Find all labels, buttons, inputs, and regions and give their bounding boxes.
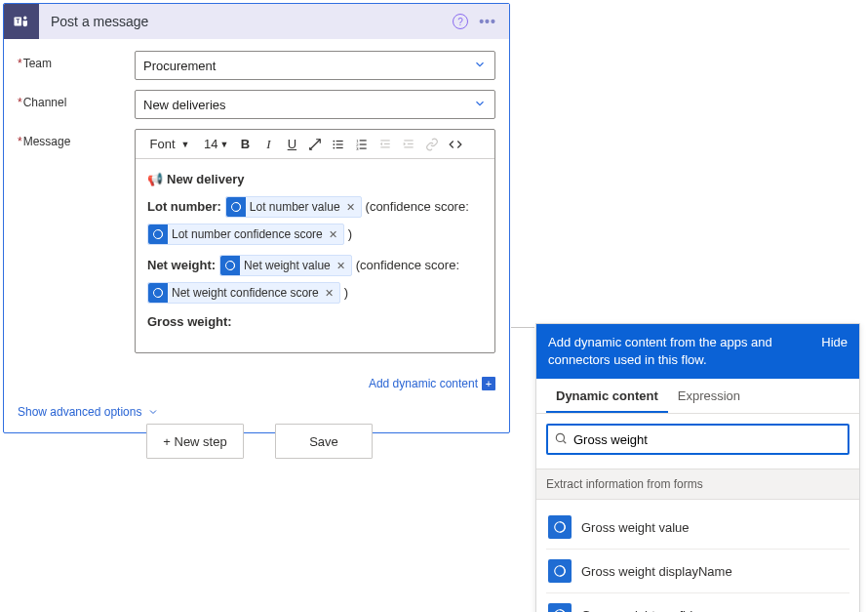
show-advanced-options-link[interactable]: Show advanced options [18, 405, 159, 419]
svg-text:3: 3 [357, 145, 360, 150]
underline-button[interactable]: U [281, 133, 302, 156]
new-step-button[interactable]: + New step [146, 424, 244, 459]
help-button[interactable]: ? [449, 10, 472, 33]
chevron-down-icon [147, 406, 159, 418]
team-select-value: Procurement [143, 59, 216, 73]
ellipsis-icon: ••• [479, 14, 496, 29]
svg-rect-17 [381, 146, 390, 147]
result-label: Gross weight confidence score [581, 608, 755, 612]
team-select[interactable]: Procurement [135, 51, 495, 80]
channel-select-value: New deliveries [143, 98, 226, 112]
panel-tabs: Dynamic content Expression [536, 379, 859, 414]
svg-point-5 [334, 143, 335, 145]
svg-line-28 [563, 440, 566, 443]
bold-button[interactable]: B [234, 133, 256, 156]
link-button[interactable] [421, 133, 443, 156]
remove-token-icon[interactable]: ✕ [335, 255, 347, 276]
ai-builder-icon [220, 256, 240, 275]
heading-text: New delivery [167, 169, 245, 190]
svg-point-2 [23, 17, 26, 20]
svg-point-27 [556, 433, 564, 441]
svg-rect-12 [360, 143, 367, 144]
row-channel: *Channel New deliveries [18, 90, 495, 119]
ai-builder-icon [226, 197, 246, 217]
search-box[interactable] [546, 424, 849, 455]
label-message: *Message [18, 129, 135, 148]
svg-rect-20 [408, 143, 414, 143]
teams-icon: T [4, 4, 39, 39]
result-section-header: Extract information from forms [536, 469, 859, 500]
token-lot-number-value[interactable]: Lot number value ✕ [225, 196, 362, 218]
ai-builder-icon [148, 224, 168, 244]
remove-token-icon[interactable]: ✕ [327, 224, 339, 245]
remove-token-icon[interactable]: ✕ [323, 282, 335, 304]
tab-dynamic-content[interactable]: Dynamic content [546, 379, 668, 413]
line-gross-weight: Gross weight: [147, 311, 483, 333]
plain-text: ) [348, 224, 352, 245]
chevron-down-icon [473, 58, 487, 74]
svg-rect-19 [405, 140, 414, 141]
remove-token-icon[interactable]: ✕ [344, 196, 357, 218]
row-team: *Team Procurement [18, 51, 495, 80]
gross-weight-label: Gross weight: [147, 311, 232, 333]
label-team: *Team [18, 51, 135, 70]
panel-connector [511, 327, 534, 328]
hide-panel-link[interactable]: Hide [821, 334, 848, 351]
format-painter-button[interactable] [304, 133, 326, 156]
rich-text-editor: Font▼ 14▼ B I U 123 [135, 129, 495, 353]
add-dynamic-content-link[interactable]: Add dynamic content [369, 377, 478, 390]
plus-icon[interactable]: + [482, 377, 495, 390]
svg-rect-21 [405, 146, 414, 147]
card-header: T Post a message ? ••• [4, 4, 509, 39]
save-button[interactable]: Save [275, 424, 373, 459]
result-label: Gross weight displayName [581, 564, 732, 579]
panel-header: Add dynamic content from the apps and co… [536, 324, 859, 379]
italic-button[interactable]: I [257, 133, 279, 156]
line-net-weight-conf: Net weight confidence score ✕ ) [147, 282, 483, 304]
chevron-down-icon [473, 97, 487, 113]
numbered-list-button[interactable]: 123 [351, 133, 373, 156]
label-channel: *Channel [18, 90, 135, 109]
svg-rect-16 [384, 143, 390, 143]
editor-body[interactable]: 📢 New delivery Lot number: Lot number va… [136, 159, 494, 352]
line-lot-number-conf: Lot number confidence score ✕ ) [147, 224, 483, 245]
indent-button[interactable] [398, 133, 419, 156]
token-net-weight-confidence[interactable]: Net weight confidence score ✕ [147, 282, 340, 304]
dynamic-content-panel: Add dynamic content from the apps and co… [535, 323, 860, 612]
svg-marker-18 [380, 142, 382, 145]
caret-down-icon: ▼ [219, 140, 228, 149]
result-item[interactable]: Gross weight value [546, 506, 849, 550]
search-input[interactable] [573, 432, 842, 447]
result-item[interactable]: Gross weight confidence score [546, 593, 849, 612]
token-lot-number-confidence[interactable]: Lot number confidence score ✕ [147, 224, 344, 245]
svg-rect-4 [336, 140, 343, 141]
ai-builder-icon [148, 283, 168, 303]
line-net-weight: Net weight: Net weight value ✕ (confiden… [147, 255, 483, 276]
line-lot-number: Lot number: Lot number value ✕ (confiden… [147, 196, 483, 218]
svg-marker-22 [404, 142, 406, 145]
ai-builder-icon [548, 559, 572, 583]
card-title: Post a message [39, 14, 449, 29]
bottom-buttons: + New step Save [146, 424, 373, 459]
result-item[interactable]: Gross weight displayName [546, 550, 849, 593]
channel-select[interactable]: New deliveries [135, 90, 495, 119]
lot-number-label: Lot number: [147, 196, 221, 218]
form-area: *Team Procurement *Channel New deliverie… [4, 39, 509, 373]
font-dropdown[interactable]: Font▼ [139, 133, 198, 156]
ai-builder-icon [548, 515, 572, 539]
code-view-button[interactable] [445, 133, 466, 156]
search-icon [554, 431, 568, 448]
editor-toolbar: Font▼ 14▼ B I U 123 [136, 130, 494, 159]
panel-header-text: Add dynamic content from the apps and co… [548, 334, 811, 369]
help-icon: ? [453, 14, 468, 29]
heading-line: 📢 New delivery [147, 169, 483, 190]
net-weight-label: Net weight: [147, 255, 216, 276]
font-size-dropdown[interactable]: 14▼ [200, 133, 232, 156]
token-net-weight-value[interactable]: Net weight value ✕ [219, 255, 352, 276]
ai-builder-icon [548, 603, 572, 612]
tab-expression[interactable]: Expression [668, 379, 750, 413]
more-button[interactable]: ••• [476, 10, 499, 33]
outdent-button[interactable] [375, 133, 396, 156]
result-label: Gross weight value [581, 520, 690, 535]
bullet-list-button[interactable] [328, 133, 349, 156]
